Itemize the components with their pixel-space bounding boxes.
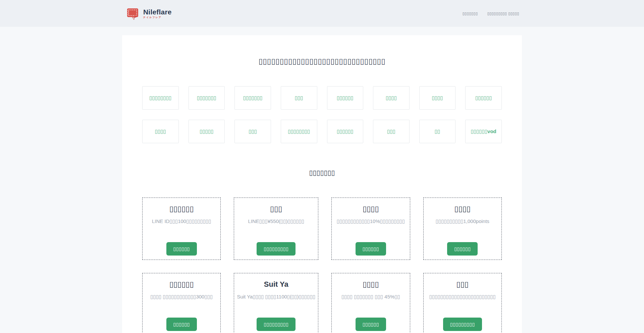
coupon-button[interactable]: ▯▯▯▯▯▯ [166, 318, 197, 331]
coupon-button[interactable]: ▯▯▯▯▯▯▯▯▯ [257, 318, 296, 331]
coupon-card: ▯▯▯▯ ▯▯▯▯▯▯▯▯▯▯▯▯10%▯▯▯▯▯▯▯▯▯ ▯▯▯▯▯▯ [331, 198, 410, 260]
brand-subtitle: ナイルフレア [143, 16, 172, 18]
coupon-description: ▯▯▯▯▯▯▯▯▯▯1,000points [436, 218, 489, 224]
main-content: ▯▯▯▯▯▯▯▯▯▯▯▯▯▯▯▯▯▯▯▯▯▯▯▯▯▯▯▯▯▯ ▯▯▯▯▯▯▯▯ … [122, 35, 522, 333]
coupon-title: ▯▯▯▯▯▯ [169, 280, 194, 289]
coupon-title: ▯▯▯ [457, 280, 469, 289]
coupon-button[interactable]: ▯▯▯▯▯▯ [166, 242, 197, 256]
coupon-button[interactable]: ▯▯▯▯▯▯▯▯▯ [257, 242, 296, 256]
category-button-7[interactable]: ▯▯▯▯ [419, 86, 456, 110]
coupon-button[interactable]: ▯▯▯▯▯▯ [356, 318, 386, 331]
coupon-description: ▯▯▯▯▯▯▯▯▯▯▯▯10%▯▯▯▯▯▯▯▯▯ [337, 218, 405, 224]
category-button-1[interactable]: ▯▯▯▯▯▯▯▯ [142, 86, 179, 110]
main-nav: ▯▯▯▯▯▯▯ ▯▯▯▯▯▯▯▯▯ ▯▯▯▯▯ [463, 11, 519, 16]
coupon-description: LINE▯▯▯¥550(▯▯)▯▯▯▯▯▯ [248, 218, 305, 224]
category-button-9[interactable]: ▯▯▯▯ [142, 120, 179, 143]
category-button-16-vod[interactable]: ▯▯▯▯▯▯vod [465, 120, 502, 143]
coupon-button[interactable]: ▯▯▯▯▯▯ [447, 242, 478, 256]
category-button-15[interactable]: ▯▯ [419, 120, 456, 143]
category-button-13[interactable]: ▯▯▯▯▯▯ [327, 120, 364, 143]
coupon-title: ▯▯▯ [270, 204, 282, 214]
category-button-5[interactable]: ▯▯▯▯▯▯ [327, 86, 364, 110]
page-title: ▯▯▯▯▯▯▯▯▯▯▯▯▯▯▯▯▯▯▯▯▯▯▯▯▯▯▯▯▯▯ [122, 57, 522, 66]
brand-name: Nileflare [143, 8, 172, 15]
category-button-12[interactable]: ▯▯▯▯▯▯▯▯ [281, 120, 317, 143]
coupon-description: LINE ID▯▯▯100▯▯▯▯▯▯▯▯▯ [152, 218, 211, 224]
coupon-card: ▯▯▯▯ ▯▯▯▯ ▯▯▯▯▯▯▯ ▯▯▯ 45%▯▯ ▯▯▯▯▯▯ [331, 273, 410, 333]
coupon-button[interactable]: ▯▯▯▯▯▯ [356, 242, 386, 256]
coupon-button[interactable]: ▯▯▯▯▯▯▯▯▯ [443, 318, 482, 331]
coupon-title: ▯▯▯▯▯▯ [169, 204, 194, 214]
nav-link-contact[interactable]: ▯▯▯▯▯▯▯▯▯ ▯▯▯▯▯ [487, 11, 519, 16]
nav-link-coupons[interactable]: ▯▯▯▯▯▯▯ [463, 11, 478, 16]
coupon-title: ▯▯▯▯ [454, 204, 471, 214]
coupon-card: ▯▯▯▯▯▯ LINE ID▯▯▯100▯▯▯▯▯▯▯▯▯ ▯▯▯▯▯▯ [142, 198, 221, 260]
coupon-title: Suit Ya [264, 280, 288, 289]
coupon-description: ▯▯▯▯ ▯▯▯▯▯▯▯▯▯▯▯▯300▯▯▯ [150, 293, 213, 300]
section-title: ▯▯▯▯▯▯▯ [122, 169, 522, 177]
category-button-6[interactable]: ▯▯▯▯ [373, 86, 410, 110]
category-button-4[interactable]: ▯▯▯ [281, 86, 317, 110]
coupon-grid: ▯▯▯▯▯▯ LINE ID▯▯▯100▯▯▯▯▯▯▯▯▯ ▯▯▯▯▯▯ ▯▯▯… [122, 198, 522, 333]
coupon-description: Suit Ya▯▯▯▯ ▯▯▯▯1100▯(▯▯)▯▯▯▯▯▯ [237, 293, 315, 300]
ticket-scissors-icon: ✂ [127, 7, 141, 20]
coupon-card: ▯▯▯ ▯▯▯▯▯▯▯▯▯▯▯▯▯▯▯▯▯▯▯▯▯▯▯▯ ▯▯▯▯▯▯▯▯▯ [423, 273, 502, 333]
coupon-card-suit-ya: Suit Ya Suit Ya▯▯▯▯ ▯▯▯▯1100▯(▯▯)▯▯▯▯▯▯ … [234, 273, 318, 333]
category-button-8[interactable]: ▯▯▯▯▯▯ [465, 86, 502, 110]
category-grid: ▯▯▯▯▯▯▯▯ ▯▯▯▯▯▯▯ ▯▯▯▯▯▯▯ ▯▯▯ ▯▯▯▯▯▯ ▯▯▯▯… [122, 86, 522, 143]
category-button-2[interactable]: ▯▯▯▯▯▯▯ [189, 86, 225, 110]
coupon-card: ▯▯▯▯▯▯ ▯▯▯▯ ▯▯▯▯▯▯▯▯▯▯▯▯300▯▯▯ ▯▯▯▯▯▯ [142, 273, 221, 333]
coupon-card: ▯▯▯ LINE▯▯▯¥550(▯▯)▯▯▯▯▯▯ ▯▯▯▯▯▯▯▯▯ [234, 198, 318, 260]
logo[interactable]: ✂ Nileflare ナイルフレア [127, 7, 172, 20]
coupon-description: ▯▯▯▯▯▯▯▯▯▯▯▯▯▯▯▯▯▯▯▯▯▯▯▯ [429, 293, 496, 300]
category-button-14[interactable]: ▯▯▯ [373, 120, 410, 143]
coupon-card: ▯▯▯▯ ▯▯▯▯▯▯▯▯▯▯1,000points ▯▯▯▯▯▯ [423, 198, 502, 260]
coupon-title: ▯▯▯▯ [363, 280, 379, 289]
category-button-11[interactable]: ▯▯▯ [234, 120, 271, 143]
category-button-10[interactable]: ▯▯▯▯▯ [189, 120, 225, 143]
header: ✂ Nileflare ナイルフレア ▯▯▯▯▯▯▯ ▯▯▯▯▯▯▯▯▯ ▯▯▯… [0, 0, 644, 27]
coupon-description: ▯▯▯▯ ▯▯▯▯▯▯▯ ▯▯▯ 45%▯▯ [341, 293, 400, 300]
coupon-title: ▯▯▯▯ [363, 204, 379, 214]
category-button-3[interactable]: ▯▯▯▯▯▯▯ [234, 86, 271, 110]
